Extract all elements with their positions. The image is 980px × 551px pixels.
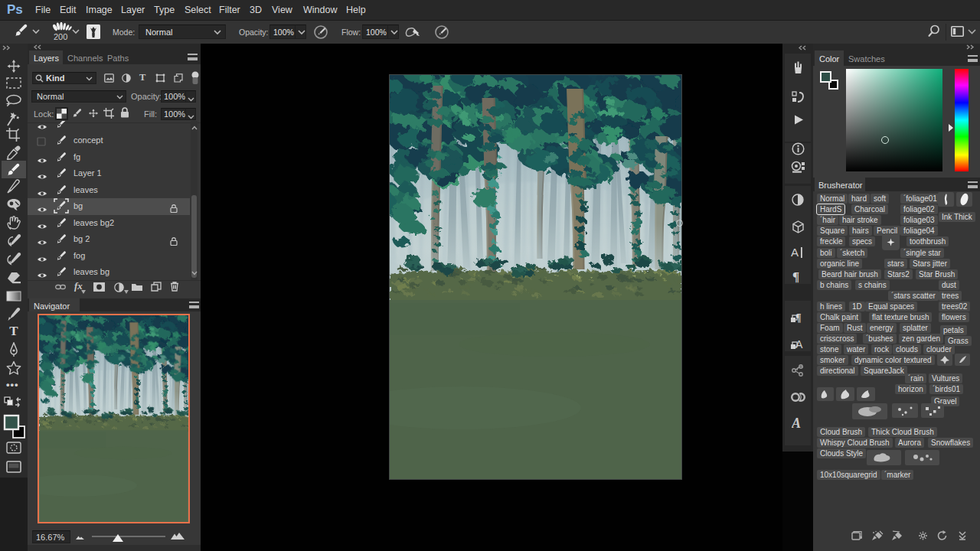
svg-text:A: A xyxy=(791,246,799,259)
svg-text:¶: ¶ xyxy=(792,270,799,283)
svg-text:¶: ¶ xyxy=(795,312,802,324)
svg-text:A: A xyxy=(792,416,801,431)
